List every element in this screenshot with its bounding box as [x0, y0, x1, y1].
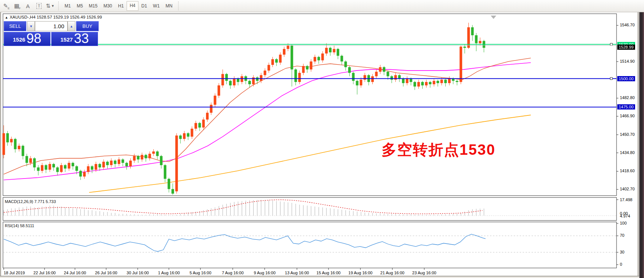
collapse-triangle-icon[interactable]: ▲: [5, 16, 8, 19]
ask-price-big: 33: [74, 32, 89, 45]
text-box-icon[interactable]: T: [34, 1, 44, 11]
window-bottom-border: [0, 276, 639, 278]
bid-price-small: 1526: [13, 34, 25, 45]
tf-button-h1[interactable]: H1: [115, 1, 127, 10]
text-label-icon[interactable]: A: [23, 1, 33, 11]
icon-sub-label: F: [19, 7, 21, 10]
grid-icon[interactable]: ▦F: [12, 1, 22, 11]
candles-series: [3, 23, 486, 194]
chart-shift-triangle-icon: [491, 16, 496, 19]
draw-study-icon[interactable]: ✎E: [0, 1, 11, 11]
tf-button-m1[interactable]: M1: [62, 1, 74, 10]
chevron-down-icon: ▼: [51, 4, 55, 8]
tf-button-m15[interactable]: M15: [86, 1, 100, 10]
tf-button-m5[interactable]: M5: [74, 1, 86, 10]
ask-price-small: 1527: [61, 34, 73, 45]
toolbar-separator: [178, 1, 179, 10]
macd-panel: [3, 200, 617, 216]
tf-button-d1[interactable]: D1: [138, 1, 150, 10]
horizontal-lines: [3, 43, 617, 107]
trade-buttons-row: SELL ▼ ▲ BUY: [4, 21, 99, 31]
bid-price-big: 98: [26, 32, 41, 45]
chart-annotation-text: 多空转折点1530: [382, 140, 496, 160]
line-drag-handle: [610, 78, 612, 80]
icon-sub-label: E: [8, 7, 10, 10]
volume-increase-button[interactable]: ▲: [68, 21, 75, 31]
toolbar: ✎E ▦F A T ⇅▼ M1 M5 M15 M30 H1 H4 D1 W1 M…: [0, 0, 644, 12]
volume-decrease-button[interactable]: ▼: [27, 21, 35, 31]
macd-label: MACD(12,26,9) 7.771 5.733: [5, 199, 56, 204]
ask-quote[interactable]: 1527 33: [51, 32, 98, 46]
rsi-panel: [3, 234, 617, 252]
volume-input[interactable]: [35, 21, 68, 31]
sell-button[interactable]: SELL: [4, 21, 26, 31]
tf-button-h4-active[interactable]: H4: [127, 1, 138, 11]
window-right-border: [637, 12, 644, 278]
ma-mid-magenta: [4, 63, 531, 180]
tf-button-m30[interactable]: M30: [101, 1, 115, 10]
tf-button-w1[interactable]: W1: [150, 1, 163, 10]
rsi-label: RSI(14) 58.5111: [5, 223, 34, 228]
panel-borders: [3, 14, 617, 268]
symbol-header: ▲XAUUSD-,H4 1528.57 1529.19 1526.49 1526…: [5, 15, 102, 19]
tf-button-mn[interactable]: MN: [163, 1, 176, 10]
bid-quote[interactable]: 1526 98: [4, 32, 50, 46]
symbol-ohlc-text: XAUUSD-,H4 1528.57 1529.19 1526.49 1526.…: [10, 15, 102, 19]
toolbar-separator: [58, 1, 59, 10]
one-click-trading-panel: SELL ▼ ▲ BUY 1526 98 1527 33: [4, 21, 99, 46]
quote-row: 1526 98 1527 33: [4, 32, 99, 46]
macd-signal-line: [4, 200, 483, 214]
rsi-line: [4, 234, 486, 252]
buy-button[interactable]: BUY: [76, 21, 99, 31]
line-drag-handle: [610, 43, 612, 46]
arrange-icon[interactable]: ⇅▼: [45, 1, 55, 11]
mt4-window: ✎E ▦F A T ⇅▼ M1 M5 M15 M30 H1 H4 D1 W1 M…: [0, 0, 644, 278]
